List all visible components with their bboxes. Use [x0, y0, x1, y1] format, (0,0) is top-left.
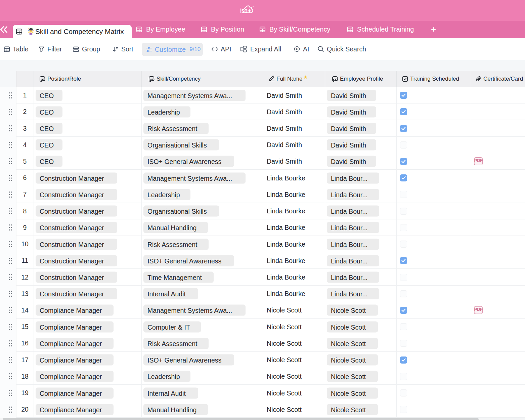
svg-text:AI: AI	[296, 48, 298, 51]
svg-text:PDF: PDF	[474, 158, 483, 163]
svg-text:iso: iso	[240, 6, 248, 14]
svg-text:PDF: PDF	[474, 306, 483, 311]
